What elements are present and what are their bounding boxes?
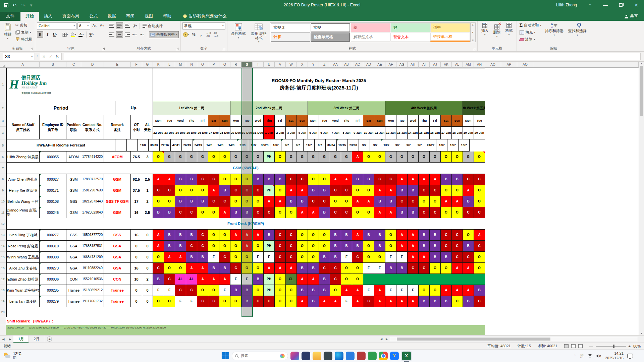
column-title[interactable]: Name of Staff员工姓名 xyxy=(6,115,40,139)
row-header-2[interactable]: 2 xyxy=(0,101,6,115)
day-name-cell[interactable]: Wed xyxy=(253,115,264,127)
shift-cell[interactable]: B xyxy=(363,174,374,185)
shift-cell[interactable]: C xyxy=(253,207,264,218)
staff-name[interactable]: Lena Tan 谭玲丽 xyxy=(6,296,40,307)
shift-cell[interactable]: O xyxy=(186,185,197,196)
col-header-C[interactable]: C xyxy=(66,62,81,68)
shift-cell[interactable]: O xyxy=(230,252,241,263)
decrease-indent-icon[interactable]: ⇤≡ xyxy=(131,31,138,38)
staff-id[interactable]: 000171 xyxy=(40,185,66,196)
bold-button[interactable]: B xyxy=(37,31,43,38)
shift-cell[interactable]: O xyxy=(419,285,430,296)
shift-cell[interactable]: O xyxy=(286,296,297,307)
restore-button[interactable] xyxy=(613,0,629,10)
shift-cell[interactable]: C xyxy=(419,263,430,274)
shift-cell[interactable]: O xyxy=(219,241,230,252)
day-name-cell[interactable]: Sat xyxy=(286,115,297,127)
forecast-ot-empty[interactable] xyxy=(115,139,127,152)
staff-contact[interactable]: 15812907630 xyxy=(81,185,104,196)
shift-cell[interactable]: G xyxy=(396,152,408,163)
tab-视图[interactable]: 视图 xyxy=(140,12,158,21)
shift-cell[interactable]: O xyxy=(352,274,363,285)
forecast-cell[interactable]: 21/8 xyxy=(237,139,248,152)
shift-cell[interactable]: A xyxy=(396,230,408,241)
forecast-cell[interactable]: 11/7 xyxy=(248,139,259,152)
shift-cell[interactable]: O xyxy=(308,241,319,252)
shift-cell[interactable]: A xyxy=(253,230,264,241)
shift-cell[interactable]: F xyxy=(385,285,396,296)
date-cell[interactable]: 18-Jan xyxy=(452,127,463,139)
shift-cell[interactable]: C xyxy=(474,241,485,252)
shift-cell[interactable]: C xyxy=(396,196,408,207)
shift-cell[interactable]: G xyxy=(253,152,264,163)
shift-cell[interactable]: O xyxy=(330,285,341,296)
shift-cell[interactable]: F xyxy=(230,274,241,285)
sheet-tab-2月[interactable]: 2月 xyxy=(29,336,44,343)
date-cell[interactable]: 16-Jan xyxy=(430,127,441,139)
staff-id[interactable]: 000279 xyxy=(40,296,66,307)
shift-cell[interactable]: G xyxy=(308,152,319,163)
shift-cell[interactable]: O xyxy=(474,196,485,207)
shift-cell[interactable]: O xyxy=(197,285,208,296)
shift-cell[interactable]: O xyxy=(164,263,175,274)
shift-cell[interactable]: B xyxy=(186,174,197,185)
cell-style-chip[interactable]: 适中 xyxy=(430,23,470,32)
shift-cell[interactable]: G xyxy=(341,152,352,163)
col-header-R[interactable]: R xyxy=(230,62,241,68)
shift-cell[interactable]: B xyxy=(385,263,396,274)
shift-cell[interactable]: A xyxy=(374,185,385,196)
col-header-U[interactable]: U xyxy=(264,62,275,68)
staff-contact[interactable]: 17889722570 xyxy=(81,174,104,185)
shift-cell[interactable]: B xyxy=(330,230,341,241)
shift-cell[interactable]: O xyxy=(452,207,463,218)
font-color-icon[interactable]: A▾ xyxy=(78,31,85,38)
shift-cell[interactable]: A xyxy=(463,263,474,274)
shift-cell[interactable]: C xyxy=(463,207,474,218)
day-name-cell[interactable]: Thu xyxy=(419,115,430,127)
date-cell[interactable]: 27-Dec xyxy=(208,127,219,139)
staff-position[interactable]: Trainee xyxy=(66,296,81,307)
shift-cell[interactable]: B xyxy=(319,285,330,296)
shift-cell[interactable]: F xyxy=(396,285,408,296)
staff-id[interactable]: 000108 xyxy=(40,196,66,207)
col-header-E[interactable]: E xyxy=(104,62,131,68)
shift-cell[interactable]: B xyxy=(341,230,352,241)
forecast-label[interactable]: KWEAP-HI Rooms Forecast xyxy=(6,139,115,152)
staff-remark[interactable]: Trainee xyxy=(104,285,131,296)
shift-cell[interactable]: C xyxy=(197,174,208,185)
staff-contact[interactable]: 19110882240 xyxy=(81,263,104,274)
align-left-icon[interactable] xyxy=(109,31,115,38)
staff-remark[interactable]: CON xyxy=(104,274,131,285)
shift-cell[interactable]: O xyxy=(197,185,208,196)
day-name-cell[interactable]: Mon xyxy=(308,115,319,127)
staff-name[interactable]: Alice Zhu 朱春艳 xyxy=(6,263,40,274)
staff-id[interactable]: 000036 xyxy=(40,274,66,285)
shift-cell[interactable]: A xyxy=(408,174,419,185)
date-cell[interactable]: 22-Dec xyxy=(153,127,164,139)
chrome-icon[interactable] xyxy=(379,352,388,360)
shift-cell[interactable]: O xyxy=(219,152,230,163)
shift-cell[interactable]: A xyxy=(241,241,253,252)
find-select-button[interactable]: 查找和选择▾ xyxy=(566,22,589,38)
shift-cell[interactable]: PH xyxy=(264,241,275,252)
col-header-K[interactable]: K xyxy=(153,62,164,68)
shift-cell[interactable]: O xyxy=(452,185,463,196)
shift-cell[interactable]: A xyxy=(374,207,385,218)
shift-cell[interactable]: B xyxy=(330,252,341,263)
contacts-icon[interactable] xyxy=(302,352,310,360)
shift-cell[interactable]: C xyxy=(463,252,474,263)
shift-cell[interactable]: A xyxy=(175,252,186,263)
staff-ot[interactable]: 16 xyxy=(131,263,142,274)
shift-cell[interactable]: O xyxy=(430,285,441,296)
ribbon-display-options-icon[interactable]: ⌃ xyxy=(582,0,598,10)
shift-cell[interactable]: O xyxy=(164,196,175,207)
shift-cell[interactable]: C xyxy=(153,263,164,274)
shift-cell[interactable]: B xyxy=(286,196,297,207)
staff-remark[interactable]: GSS TF GSM xyxy=(104,196,131,207)
file-explorer-icon[interactable] xyxy=(313,352,321,360)
col-header-W[interactable]: W xyxy=(286,62,297,68)
date-cell[interactable]: 19-Jan xyxy=(463,127,474,139)
col-header-P[interactable]: P xyxy=(208,62,219,68)
shift-cell[interactable]: A xyxy=(352,230,363,241)
col-header-AN[interactable]: AN xyxy=(474,62,485,68)
